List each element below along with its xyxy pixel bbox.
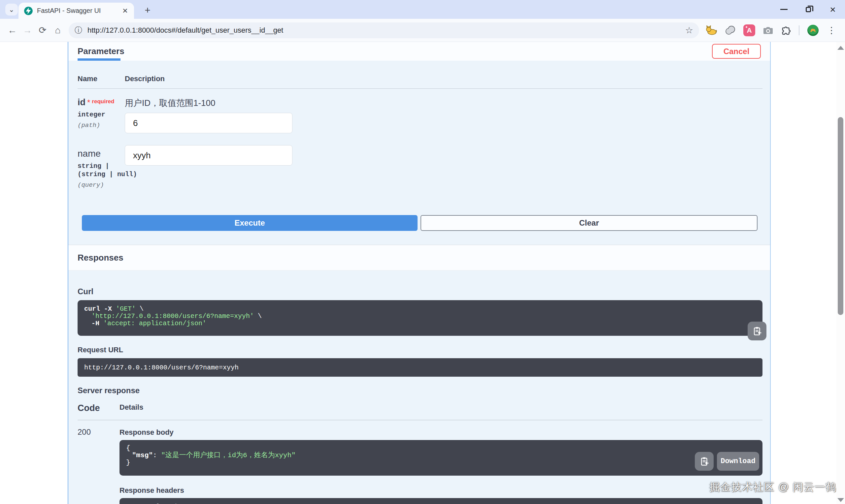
scrollbar-thumb[interactable] [838, 117, 843, 315]
forward-button[interactable]: → [20, 23, 35, 38]
fastapi-favicon [24, 6, 33, 16]
extensions-row: ✦A ⋮ [706, 24, 837, 36]
status-code: 200 [77, 428, 120, 504]
blob-extension-icon[interactable] [725, 25, 735, 35]
execute-button[interactable]: Execute [82, 215, 418, 231]
json-key: "msg" [132, 452, 153, 459]
extensions-puzzle-icon[interactable] [781, 25, 791, 35]
param-type-id: integer [77, 110, 125, 119]
copy-response-button[interactable] [695, 452, 714, 471]
json-close-brace: } [126, 459, 756, 466]
download-button[interactable]: Download [717, 452, 759, 471]
server-response-label: Server response [77, 386, 762, 395]
tab-title: FastAPI - Swagger UI [37, 7, 120, 15]
request-url-block: http://127.0.0.1:8000/users/6?name=xyyh [77, 358, 762, 377]
json-value: "这是一个用户接口，id为6，姓名为xyyh" [161, 452, 295, 459]
curl-cont2: \ [254, 312, 262, 320]
required-asterisk: * [87, 98, 90, 107]
parameter-row-id: id*required integer (path) 用户ID，取值范围1-10… [77, 97, 762, 133]
close-icon: × [830, 5, 836, 15]
close-button[interactable]: × [821, 0, 845, 19]
site-info-icon[interactable]: ⓘ [75, 25, 82, 35]
name-input[interactable] [125, 145, 293, 166]
reload-button[interactable]: ⟳ [35, 23, 50, 38]
response-body-label: Response body [120, 428, 762, 437]
response-body-block: { "msg": "这是一个用户接口，id为6，姓名为xyyh" } [120, 440, 762, 475]
tab-search-button[interactable]: ⌄ [5, 4, 18, 16]
details-header: Details [120, 403, 143, 413]
parameters-table: Name Description id*required integer (pa… [68, 61, 770, 245]
execute-row: Execute Clear [82, 215, 758, 231]
operation-block: Parameters Cancel Name Description id*re… [68, 42, 771, 504]
browser-titlebar: ⌄ FastAPI - Swagger UI ✕ + × [0, 0, 845, 19]
curl-line-1: curl -X 'GET' \ [84, 305, 756, 313]
param-name-id: id [77, 97, 86, 107]
restore-icon [806, 7, 811, 12]
window-controls: × [772, 0, 845, 19]
cancel-button[interactable]: Cancel [712, 44, 761, 59]
copy-curl-button[interactable] [747, 322, 767, 340]
server-response-head: Code Details [77, 403, 762, 413]
watermark: 掘金技术社区 @ 闲云一鹤 [709, 480, 837, 494]
param-location-name: (query) [77, 181, 125, 189]
home-button[interactable]: ⌂ [50, 23, 65, 38]
address-bar[interactable]: ⓘ http://127.0.0.1:8000/docs#/default/ge… [69, 22, 699, 38]
curl-code-block: curl -X 'GET' \ 'http://127.0.0.1:8000/u… [77, 300, 762, 336]
required-label: required [92, 98, 114, 105]
curl-cont1: \ [136, 305, 144, 313]
profile-avatar[interactable] [807, 25, 818, 36]
responses-title: Responses [77, 253, 123, 263]
curl-label: Curl [77, 270, 762, 296]
page-scrollbar[interactable] [837, 42, 845, 504]
column-header-name: Name [77, 74, 125, 83]
json-msg-line: "msg": "这是一个用户接口，id为6，姓名为xyyh" [126, 452, 756, 459]
id-input[interactable] [125, 113, 293, 133]
toolbar-divider [799, 25, 799, 35]
browser-tab[interactable]: FastAPI - Swagger UI ✕ [18, 3, 134, 19]
clear-button[interactable]: Clear [421, 215, 758, 231]
request-url-text: http://127.0.0.1:8000/users/6?name=xyyh [84, 364, 239, 372]
param-name-name: name [77, 148, 125, 159]
tab-parameters[interactable]: Parameters [77, 46, 124, 56]
new-tab-button[interactable]: + [141, 4, 154, 17]
param-type-name-line2: (string | null) [77, 170, 125, 178]
column-header-description: Description [125, 74, 165, 83]
param-location-id: (path) [77, 122, 125, 129]
minimize-button[interactable] [772, 0, 796, 19]
parameters-table-head: Name Description [77, 61, 762, 83]
param-type-name-line1: string | [77, 162, 125, 170]
screenshot-camera-icon[interactable] [763, 26, 773, 35]
url-text[interactable]: http://127.0.0.1:8000/docs#/default/get_… [87, 26, 681, 35]
parameters-tab-underline [77, 58, 121, 61]
curl-url: 'http://127.0.0.1:8000/users/6?name=xyyh… [91, 312, 254, 320]
clipboard-copy-icon [700, 456, 709, 466]
swagger-page: Parameters Cancel Name Description id*re… [0, 42, 845, 504]
response-headers-block: content-length: 57 content-type: applica… [120, 498, 762, 504]
parameter-row-name: name string | (string | null) (query) [77, 145, 762, 189]
browser-menu-icon[interactable]: ⋮ [827, 25, 837, 36]
responses-body: Curl curl -X 'GET' \ 'http://127.0.0.1:8… [68, 270, 770, 504]
curl-line-3: -H 'accept: application/json' [84, 320, 756, 327]
curl-method: 'GET' [116, 305, 136, 313]
bookmark-star-icon[interactable]: ☆ [685, 25, 693, 36]
json-open-brace: { [126, 445, 756, 452]
clipboard-copy-icon [752, 326, 762, 336]
request-url-label: Request URL [77, 346, 762, 354]
curl-header-value: 'accept: application/json' [103, 320, 206, 327]
back-button[interactable]: ← [5, 23, 20, 38]
cat-extension-icon[interactable] [706, 25, 717, 35]
minimize-icon [780, 9, 788, 10]
scroll-up-arrow-icon[interactable] [838, 46, 844, 50]
json-colon: : [153, 452, 161, 459]
responses-band: Responses [68, 245, 770, 270]
browser-toolbar: ← → ⟳ ⌂ ⓘ http://127.0.0.1:8000/docs#/de… [0, 19, 845, 42]
scroll-down-arrow-icon[interactable] [838, 498, 844, 502]
curl-line-2: 'http://127.0.0.1:8000/users/6?name=xyyh… [84, 313, 756, 320]
server-response-rule [77, 420, 762, 420]
restore-button[interactable] [796, 0, 821, 19]
tab-close-icon[interactable]: ✕ [120, 6, 130, 16]
response-headers-label: Response headers [120, 486, 762, 495]
curl-header-flag: -H [91, 320, 103, 327]
translate-extension-icon[interactable]: ✦A [743, 24, 755, 36]
parameters-header: Parameters Cancel [68, 42, 770, 61]
